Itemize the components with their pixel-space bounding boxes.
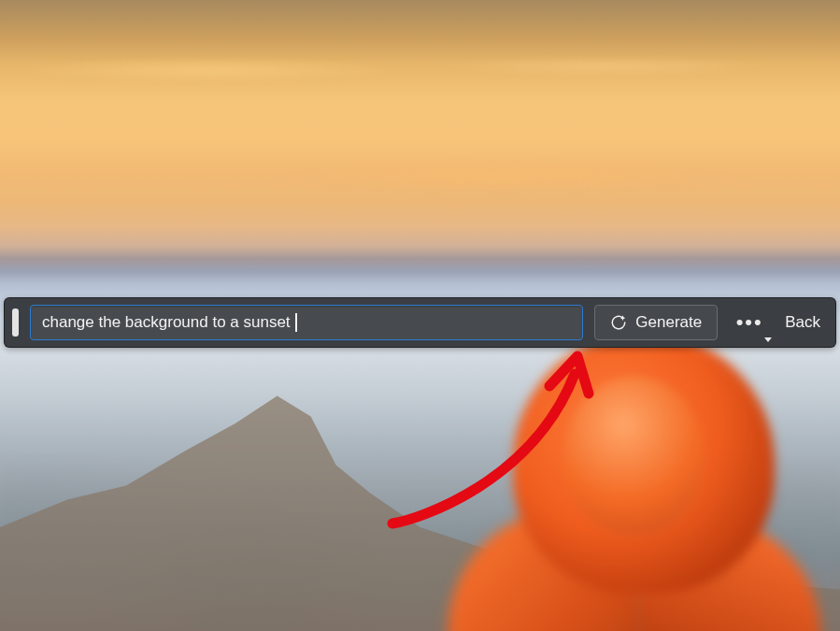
- sky-cloud: [0, 51, 840, 89]
- generate-button[interactable]: Generate: [594, 305, 718, 340]
- prompt-field-wrapper: [30, 305, 583, 340]
- sky-cloud: [0, 159, 840, 196]
- person-orange-hoodie: [457, 323, 812, 631]
- sparkle-refresh-icon: [610, 314, 627, 331]
- ellipsis-icon: •••: [736, 310, 763, 335]
- more-options-button[interactable]: •••: [729, 305, 770, 340]
- drag-handle-icon[interactable]: [12, 308, 19, 337]
- back-button-label: Back: [785, 313, 820, 331]
- generative-fill-toolbar: Generate ••• Back: [4, 297, 836, 348]
- generate-button-label: Generate: [635, 313, 702, 332]
- prompt-input[interactable]: [30, 305, 583, 340]
- chevron-down-icon: [764, 337, 772, 342]
- back-button[interactable]: Back: [781, 313, 824, 332]
